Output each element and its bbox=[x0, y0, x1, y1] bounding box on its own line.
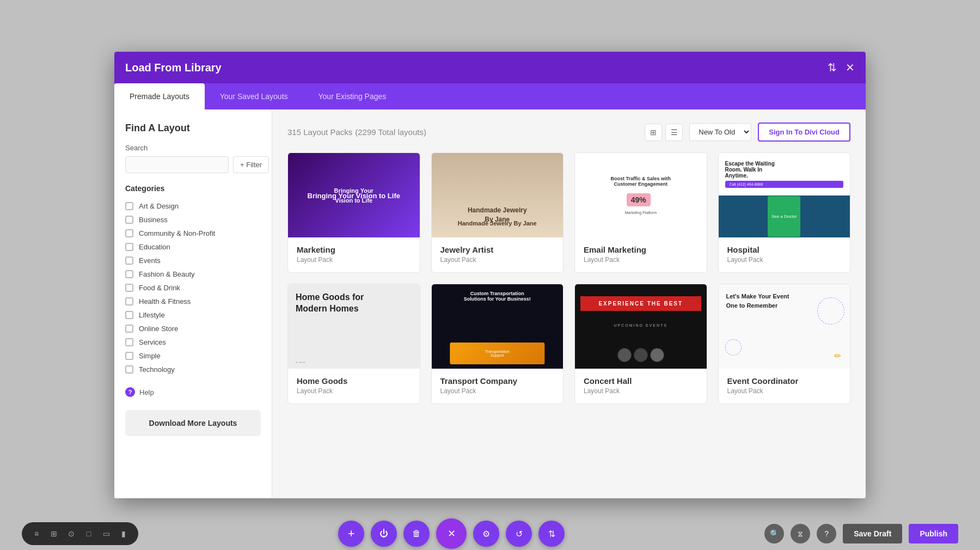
toolbar-close-button[interactable]: ✕ bbox=[436, 518, 467, 549]
toolbar-settings-button[interactable]: ⚙ bbox=[473, 521, 499, 547]
card-jewelry[interactable]: Handmade JewelryBy Jane Jewelry Artist L… bbox=[431, 152, 564, 273]
toolbar-undo-button[interactable]: ↺ bbox=[506, 521, 532, 547]
category-business[interactable]: Business bbox=[125, 213, 261, 227]
card-email-preview: Boost Traffic & Sales withCustomer Engag… bbox=[575, 153, 707, 237]
toolbar-power-button[interactable]: ⏻ bbox=[371, 521, 397, 547]
search-label: Search bbox=[125, 144, 261, 152]
toolbar-left: ≡ ⊞ ⊙ □ ▭ ▮ bbox=[22, 522, 138, 545]
grid-view-button[interactable]: ⊞ bbox=[645, 124, 662, 141]
toolbar-help-icon[interactable]: ? bbox=[817, 524, 836, 543]
modal-container: Load From Library ⇅ ✕ Premade Layouts Yo… bbox=[114, 52, 866, 498]
checkbox-health[interactable] bbox=[125, 297, 133, 305]
card-transport-title: Transport Company bbox=[440, 376, 555, 386]
category-art-design[interactable]: Art & Design bbox=[125, 199, 261, 213]
card-marketing-preview: Bringing Your Vision to Life bbox=[288, 153, 420, 237]
card-homegoods-sub: Layout Pack bbox=[297, 387, 411, 395]
filter-button[interactable]: + Filter bbox=[233, 156, 269, 173]
search-row: + Filter bbox=[125, 156, 261, 173]
checkbox-online[interactable] bbox=[125, 325, 133, 333]
card-concert-body: Concert Hall Layout Pack bbox=[575, 369, 707, 404]
card-marketing-body: Marketing Layout Pack bbox=[288, 237, 420, 272]
card-jewelry-body: Jewelry Artist Layout Pack bbox=[432, 237, 564, 272]
checkbox-simple[interactable] bbox=[125, 352, 133, 360]
category-education[interactable]: Education bbox=[125, 240, 261, 254]
toolbar-menu-icon[interactable]: ≡ bbox=[30, 528, 42, 540]
toolbar-add-button[interactable]: + bbox=[338, 521, 364, 547]
card-concert[interactable]: EXPERIENCE THE BEST UPCOMING EVENTS Conc… bbox=[574, 284, 707, 404]
help-row[interactable]: ? Help bbox=[125, 387, 261, 397]
checkbox-education[interactable] bbox=[125, 243, 133, 251]
toolbar-mobile-icon[interactable]: ▮ bbox=[118, 528, 130, 540]
category-simple[interactable]: Simple bbox=[125, 349, 261, 363]
card-concert-preview: EXPERIENCE THE BEST UPCOMING EVENTS bbox=[575, 284, 707, 369]
card-event-preview: Let's Make Your Event One to Remember ✏ bbox=[719, 284, 850, 369]
layout-grid-row2: Home Goods for Modern Homes – – – Home G… bbox=[287, 284, 850, 404]
checkbox-services[interactable] bbox=[125, 338, 133, 346]
sidebar-title: Find A Layout bbox=[125, 123, 261, 134]
toolbar-search-round-icon[interactable]: 🔍 bbox=[764, 524, 784, 543]
checkbox-lifestyle[interactable] bbox=[125, 311, 133, 319]
card-homegoods[interactable]: Home Goods for Modern Homes – – – Home G… bbox=[287, 284, 420, 404]
card-event[interactable]: Let's Make Your Event One to Remember ✏ … bbox=[718, 284, 851, 404]
publish-button[interactable]: Publish bbox=[909, 524, 958, 543]
sort-select[interactable]: New To Old Old To New A to Z Z to A bbox=[689, 123, 751, 141]
tab-premade[interactable]: Premade Layouts bbox=[114, 83, 205, 109]
category-health[interactable]: Health & Fitness bbox=[125, 295, 261, 308]
layout-grid-row1: Bringing Your Vision to Life Marketing L… bbox=[287, 152, 850, 273]
sign-in-button[interactable]: Sign In To Divi Cloud bbox=[758, 123, 850, 142]
card-marketing[interactable]: Bringing Your Vision to Life Marketing L… bbox=[287, 152, 420, 273]
card-concert-title: Concert Hall bbox=[584, 376, 698, 386]
category-fashion[interactable]: Fashion & Beauty bbox=[125, 267, 261, 281]
card-hospital-title: Hospital bbox=[727, 245, 842, 254]
checkbox-fashion[interactable] bbox=[125, 270, 133, 278]
toolbar-grid-icon[interactable]: ⊞ bbox=[48, 528, 60, 540]
close-icon[interactable]: ✕ bbox=[846, 61, 855, 74]
view-toggle: ⊞ ☰ bbox=[645, 124, 683, 141]
card-marketing-title: Marketing bbox=[297, 245, 411, 254]
card-email-sub: Layout Pack bbox=[584, 256, 698, 264]
toolbar-delete-button[interactable]: 🗑 bbox=[403, 521, 430, 547]
tab-existing[interactable]: Your Existing Pages bbox=[303, 83, 402, 109]
checkbox-tech[interactable] bbox=[125, 365, 133, 374]
category-technology[interactable]: Technology bbox=[125, 363, 261, 376]
checkbox-community[interactable] bbox=[125, 229, 133, 237]
save-draft-button[interactable]: Save Draft bbox=[843, 524, 902, 543]
toolbar-tablet-icon[interactable]: ▭ bbox=[100, 528, 112, 540]
checkbox-food[interactable] bbox=[125, 284, 133, 292]
checkbox-art[interactable] bbox=[125, 202, 133, 210]
tabs-bar: Premade Layouts Your Saved Layouts Your … bbox=[114, 83, 866, 109]
toolbar-desktop-icon[interactable]: □ bbox=[83, 528, 95, 540]
toolbar-layout-button[interactable]: ⇅ bbox=[538, 521, 565, 547]
list-view-button[interactable]: ☰ bbox=[665, 124, 683, 141]
category-lifestyle[interactable]: Lifestyle bbox=[125, 308, 261, 322]
card-transport[interactable]: Custom TransportationSolutions for Your … bbox=[431, 284, 564, 404]
card-hospital[interactable]: Escape the WaitingRoom. Walk InAnytime. … bbox=[718, 152, 851, 273]
tab-saved[interactable]: Your Saved Layouts bbox=[205, 83, 303, 109]
category-events[interactable]: Events bbox=[125, 254, 261, 267]
header-controls: ⊞ ☰ New To Old Old To New A to Z Z to A … bbox=[645, 123, 850, 142]
card-jewelry-preview: Handmade JewelryBy Jane bbox=[432, 153, 564, 237]
categories-list: Art & Design Business Community & Non-Pr… bbox=[125, 199, 261, 376]
checkbox-events[interactable] bbox=[125, 256, 133, 265]
sort-icon[interactable]: ⇅ bbox=[828, 61, 837, 74]
card-homegoods-title: Home Goods bbox=[297, 376, 411, 386]
card-event-title: Event Coordinator bbox=[727, 376, 842, 386]
bottom-toolbar: ≡ ⊞ ⊙ □ ▭ ▮ + ⏻ 🗑 ✕ ⚙ ↺ ⇅ 🔍 ⧖ ? Save Dra… bbox=[0, 517, 980, 550]
layout-count: 315 Layout Packs (2299 Total layouts) bbox=[287, 126, 426, 138]
category-food[interactable]: Food & Drink bbox=[125, 281, 261, 295]
card-email-body: Email Marketing Layout Pack bbox=[575, 237, 707, 272]
category-services[interactable]: Services bbox=[125, 335, 261, 349]
search-input[interactable] bbox=[125, 156, 229, 173]
card-event-sub: Layout Pack bbox=[727, 387, 842, 395]
toolbar-search-icon[interactable]: ⊙ bbox=[65, 528, 77, 540]
card-hospital-preview: Escape the WaitingRoom. Walk InAnytime. … bbox=[719, 153, 850, 237]
card-jewelry-sub: Layout Pack bbox=[440, 256, 555, 264]
toolbar-history-icon[interactable]: ⧖ bbox=[791, 524, 810, 543]
content-header: 315 Layout Packs (2299 Total layouts) ⊞ … bbox=[287, 123, 850, 142]
card-email[interactable]: Boost Traffic & Sales withCustomer Engag… bbox=[574, 152, 707, 273]
checkbox-business[interactable] bbox=[125, 216, 133, 224]
card-homegoods-body: Home Goods Layout Pack bbox=[288, 369, 420, 404]
category-online-store[interactable]: Online Store bbox=[125, 322, 261, 335]
category-community[interactable]: Community & Non-Profit bbox=[125, 227, 261, 240]
main-content: Find A Layout Search + Filter Categories… bbox=[114, 109, 866, 498]
